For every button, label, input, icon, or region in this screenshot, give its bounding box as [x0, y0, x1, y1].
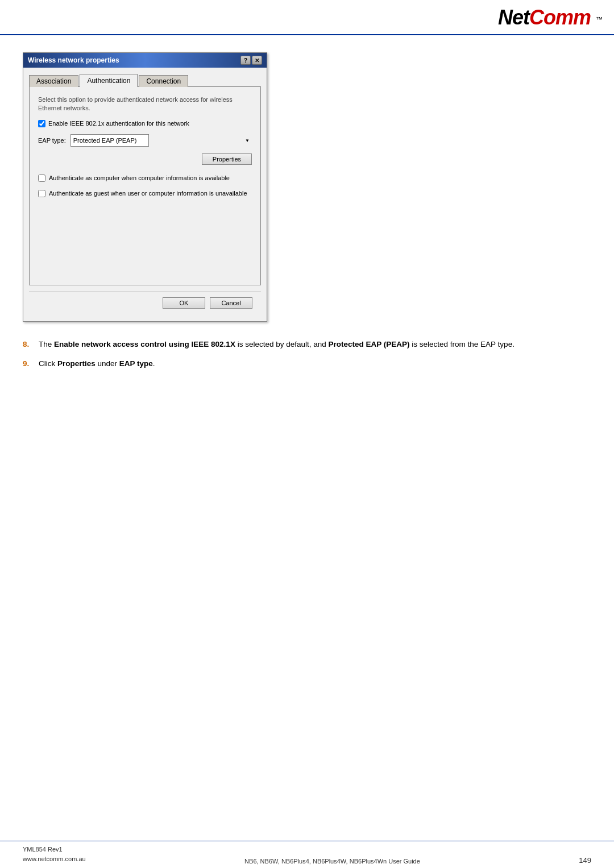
dialog-wrapper: Wireless network properties ? ✕ Associat…	[23, 52, 591, 322]
instruction-9-text: Click Properties under EAP type.	[39, 358, 591, 369]
i8-bold1: Enable network access control using IEEE…	[54, 340, 235, 348]
logo: NetComm ™	[498, 6, 603, 30]
footer-center: NB6, NB6W, NB6Plus4, NB6Plus4W, NB6Plus4…	[244, 858, 420, 865]
help-button[interactable]: ?	[240, 56, 251, 65]
instruction-8-number: 8.	[23, 339, 32, 350]
main-content: Wireless network properties ? ✕ Associat…	[0, 35, 614, 395]
close-button[interactable]: ✕	[252, 56, 262, 65]
logo-net: Net	[498, 6, 529, 29]
tabs-bar: Association Authentication Connection	[29, 73, 261, 86]
tab-authentication[interactable]: Authentication	[80, 74, 138, 87]
i8-bold2: Protected EAP (PEAP)	[329, 340, 410, 348]
enable-ieee-checkbox[interactable]	[38, 120, 45, 127]
tab-association[interactable]: Association	[29, 75, 78, 87]
auth-description: Select this option to provide authentica…	[38, 95, 252, 113]
eap-label: EAP type:	[38, 137, 66, 144]
footer-guide-title: NB6, NB6W, NB6Plus4, NB6Plus4W, NB6Plus4…	[244, 858, 420, 865]
page-footer: YML854 Rev1 www.netcomm.com.au NB6, NB6W…	[0, 841, 614, 868]
dialog-titlebar: Wireless network properties ? ✕	[23, 53, 267, 68]
i9-before: Click	[39, 359, 57, 368]
instruction-8-text: The Enable network access control using …	[39, 339, 591, 350]
footer-left: YML854 Rev1 www.netcomm.com.au	[23, 845, 86, 865]
dialog-body: Association Authentication Connection Se…	[23, 68, 267, 321]
instruction-8: 8. The Enable network access control usi…	[23, 339, 591, 350]
i8-middle: is selected by default, and	[235, 340, 329, 348]
instructions: 8. The Enable network access control usi…	[23, 339, 591, 370]
auth-guest-label: Authenticate as guest when user or compu…	[49, 189, 247, 198]
tab-connection[interactable]: Connection	[139, 75, 188, 87]
footer-website: www.netcomm.com.au	[23, 854, 86, 865]
auth-computer-row: Authenticate as computer when computer i…	[38, 174, 252, 182]
cancel-button[interactable]: Cancel	[210, 297, 252, 309]
eap-type-select[interactable]: Protected EAP (PEAP)	[70, 134, 149, 147]
eap-type-row: EAP type: Protected EAP (PEAP)	[38, 134, 252, 147]
dialog-title: Wireless network properties	[28, 56, 119, 64]
ok-button[interactable]: OK	[163, 297, 205, 309]
wireless-network-dialog: Wireless network properties ? ✕ Associat…	[23, 52, 267, 322]
dialog-footer: OK Cancel	[29, 291, 261, 315]
instruction-9-number: 9.	[23, 358, 32, 369]
auth-guest-checkbox[interactable]	[38, 190, 45, 197]
tab-panel-authentication: Select this option to provide authentica…	[29, 86, 261, 285]
dialog-controls: ? ✕	[240, 56, 262, 65]
properties-button[interactable]: Properties	[202, 153, 252, 165]
enable-ieee-row: Enable IEEE 802.1x authentication for th…	[38, 120, 252, 127]
logo-tm: ™	[596, 15, 603, 23]
logo-comm: Comm	[529, 6, 591, 29]
i9-middle: under	[96, 359, 119, 368]
auth-computer-label: Authenticate as computer when computer i…	[49, 174, 230, 182]
auth-guest-row: Authenticate as guest when user or compu…	[38, 189, 252, 198]
i8-before: The	[39, 340, 54, 348]
i9-after: .	[153, 359, 155, 368]
i9-bold2: EAP type	[119, 359, 153, 368]
instruction-9: 9. Click Properties under EAP type.	[23, 358, 591, 369]
footer-page-number: 149	[579, 856, 591, 865]
i8-after: is selected from the EAP type.	[410, 340, 515, 348]
footer-doc-id: YML854 Rev1	[23, 845, 86, 855]
i9-bold1: Properties	[57, 359, 96, 368]
auth-computer-checkbox[interactable]	[38, 175, 45, 182]
eap-select-wrapper: Protected EAP (PEAP)	[70, 134, 252, 147]
properties-row: Properties	[38, 153, 252, 165]
header: NetComm ™	[0, 0, 614, 35]
enable-ieee-label: Enable IEEE 802.1x authentication for th…	[48, 120, 189, 127]
